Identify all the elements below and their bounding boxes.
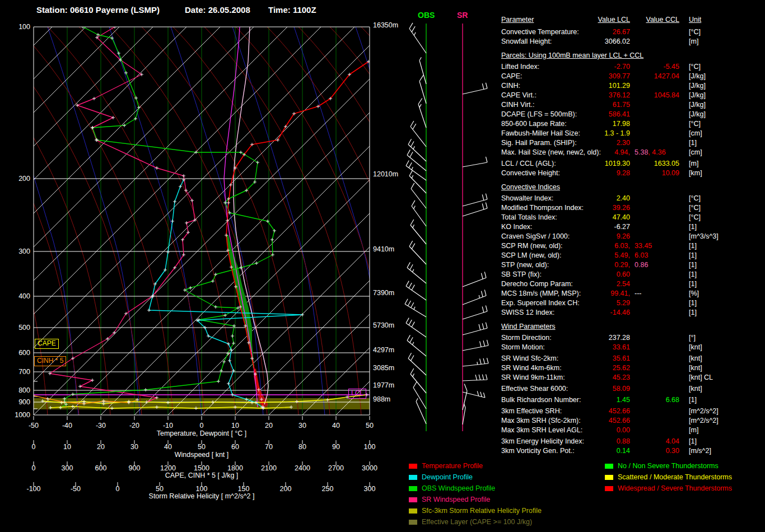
cape-tick-label: 0 bbox=[32, 464, 36, 472]
dry-adiabat bbox=[48, 27, 204, 415]
param-label: KO Index: bbox=[501, 223, 533, 231]
moist-adiabat bbox=[294, 27, 386, 415]
moist-adiabat bbox=[232, 27, 325, 415]
srh-tick-label: 250 bbox=[322, 485, 334, 493]
temperature-tick-label: 0 bbox=[200, 422, 204, 430]
param-value-part: 5.38 bbox=[635, 148, 648, 156]
param-value-part: --- bbox=[635, 290, 642, 297]
windspeed-tick-label: 40 bbox=[164, 443, 172, 451]
wind-barb bbox=[463, 203, 487, 216]
param-value-part: 33.61 bbox=[613, 343, 630, 351]
param-value-ccl: -5.45 bbox=[615, 63, 679, 71]
srh-tick-label: 200 bbox=[280, 485, 292, 493]
param-value-part: 6.68 bbox=[666, 396, 679, 404]
param-value-part: 6.03, bbox=[614, 242, 630, 250]
legend-label: Dewpoint Profile bbox=[422, 473, 473, 481]
cape-annotation: CAPE bbox=[35, 339, 59, 349]
dry-adiabat bbox=[361, 27, 518, 415]
param-label: CINH: bbox=[501, 82, 520, 90]
pressure-label: 700 bbox=[18, 368, 30, 376]
param-label: Storm Motion: bbox=[501, 343, 545, 351]
height-label: 4297m bbox=[373, 346, 394, 354]
height-label: 5730m bbox=[373, 321, 394, 329]
legend-item: SR Windspeed Profile bbox=[409, 496, 490, 503]
param-value-part: 33.45 bbox=[635, 242, 652, 250]
param-value-lcl: 2.30 bbox=[563, 139, 630, 147]
param-unit: [m] bbox=[689, 38, 698, 45]
param-label: CAPE: bbox=[501, 72, 523, 80]
param-unit: [knt] bbox=[689, 364, 702, 372]
param-value-lcl: 1.3 - 1.9 bbox=[563, 129, 630, 137]
height-label: 1977m bbox=[373, 381, 394, 389]
param-label: LCL / CCL (AGL): bbox=[501, 160, 556, 167]
station-title: Station: 06610 Payerne (LSMP) bbox=[36, 5, 160, 15]
legend-swatch bbox=[409, 464, 417, 469]
wind-barb bbox=[463, 374, 487, 381]
param-unit: [m^3/s^3] bbox=[689, 232, 719, 240]
legend-swatch bbox=[409, 497, 417, 502]
param-value-ccl: 4.04 bbox=[615, 437, 679, 445]
wind-barb bbox=[418, 98, 426, 128]
cape-tick-label: 3000 bbox=[362, 464, 377, 472]
param-value-part: 0.00 bbox=[617, 426, 630, 434]
param-value-part: 452.66 bbox=[609, 407, 630, 415]
windspeed-axis-title: Windspeed [ knt ] bbox=[175, 451, 229, 459]
isotherm bbox=[101, 27, 489, 415]
param-value-lcl: 39.26 bbox=[563, 204, 630, 212]
param-unit: [cm] bbox=[689, 129, 702, 137]
obs-column-label: OBS bbox=[418, 11, 435, 20]
isotherm bbox=[302, 27, 691, 415]
param-value-part: 35.61 bbox=[613, 354, 630, 362]
moist-adiabat bbox=[417, 27, 510, 415]
param-value-part: 4.94, bbox=[614, 148, 630, 156]
temperature-tick-label: -10 bbox=[163, 422, 173, 430]
param-unit: [°C] bbox=[689, 194, 701, 202]
temperature-tick-label: -20 bbox=[129, 422, 139, 430]
param-value-lcl: 17.98 bbox=[563, 120, 630, 128]
wind-barb bbox=[406, 318, 426, 337]
isotherm-lines bbox=[0, 27, 758, 415]
wind-barb bbox=[463, 290, 486, 305]
cape-tick-label: 2400 bbox=[295, 464, 310, 472]
param-value-part: 61.75 bbox=[613, 101, 630, 109]
legend-label: No / Non Severe Thunderstorms bbox=[618, 462, 719, 470]
param-label: Derecho Comp Param: bbox=[501, 280, 573, 288]
param-label: Convective Indices bbox=[501, 183, 560, 191]
param-value-part: 0.30 bbox=[666, 447, 679, 455]
windspeed-tick-label: 80 bbox=[298, 443, 306, 451]
dry-adiabat bbox=[142, 27, 298, 415]
temperature-tick-label: 10 bbox=[231, 422, 239, 430]
legend-swatch bbox=[605, 464, 613, 469]
col-header-value-ccl: Value CCL bbox=[615, 16, 679, 24]
param-value-part: 101.29 bbox=[609, 82, 630, 90]
param-unit: [J/kg] bbox=[689, 91, 706, 99]
param-label: SR Wind Sfc-2km: bbox=[501, 354, 558, 362]
param-value-lcl: 61.75 bbox=[563, 101, 630, 109]
legend-item: No / Non Severe Thunderstorms bbox=[605, 462, 719, 470]
pressure-label: 100 bbox=[18, 23, 30, 31]
param-value-part: 25.62 bbox=[613, 364, 630, 372]
pressure-label: 600 bbox=[18, 349, 30, 357]
param-unit: [knt] bbox=[689, 385, 702, 393]
param-unit: [1] bbox=[689, 309, 697, 316]
moist-adiabat bbox=[109, 27, 202, 415]
param-value-part: 47.40 bbox=[613, 213, 630, 221]
param-unit: [J/kg] bbox=[689, 82, 706, 90]
profile-markers bbox=[31, 25, 370, 410]
legend-label: Effective Layer (CAPE >= 100 J/kg) bbox=[422, 518, 532, 526]
legend-item: Dewpoint Profile bbox=[409, 473, 473, 481]
legend-label: Widespread / Severe Thunderstorms bbox=[618, 484, 732, 492]
wind-barb bbox=[463, 272, 486, 287]
legend-swatch bbox=[409, 475, 417, 480]
windspeed-tick-label: 70 bbox=[265, 443, 273, 451]
param-value-part: 1427.04 bbox=[654, 72, 679, 80]
param-value-lcl: 4.94, bbox=[563, 148, 630, 156]
legend-item: Widespread / Severe Thunderstorms bbox=[605, 484, 732, 492]
param-value-lcl: 99.41, bbox=[563, 290, 630, 297]
param-value-lcl: 0.00 bbox=[563, 426, 630, 434]
param-value-part: -14.46 bbox=[610, 309, 630, 316]
param-unit: [°C] bbox=[689, 213, 701, 221]
param-unit: [°C] bbox=[689, 204, 701, 212]
param-value-part: 0.29, bbox=[614, 261, 630, 269]
windspeed-tick-label: 10 bbox=[63, 443, 71, 451]
